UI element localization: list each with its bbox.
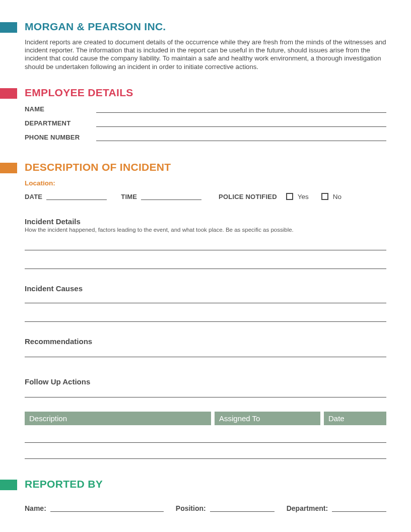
incident-causes-line-2[interactable] bbox=[25, 321, 386, 322]
police-yes-label: Yes bbox=[298, 193, 309, 201]
reported-name-label: Name: bbox=[25, 504, 46, 512]
table-row-line-1[interactable] bbox=[25, 442, 386, 443]
incident-causes-line-1[interactable] bbox=[25, 303, 386, 303]
reported-section-title: REPORTED BY bbox=[25, 478, 386, 490]
intro-paragraph: Incident reports are created to document… bbox=[25, 38, 386, 71]
accent-square-employee bbox=[0, 88, 17, 99]
incident-details-heading: Incident Details bbox=[25, 217, 386, 226]
reported-dept-label: Department: bbox=[287, 504, 328, 512]
employee-name-row: NAME bbox=[25, 105, 386, 113]
followup-line-1[interactable] bbox=[25, 397, 386, 397]
reported-name-input[interactable] bbox=[50, 511, 164, 512]
incident-details-helper: How the incident happened, factors leadi… bbox=[25, 227, 386, 233]
employee-dept-row: DEPARTMENT bbox=[25, 119, 386, 127]
followup-heading: Follow Up Actions bbox=[25, 377, 386, 386]
employee-phone-row: PHONE NUMBER bbox=[25, 133, 386, 141]
accent-square-incident bbox=[0, 163, 17, 173]
time-input[interactable] bbox=[141, 193, 201, 200]
incident-causes-heading: Incident Causes bbox=[25, 284, 386, 293]
table-row-line-2[interactable] bbox=[25, 458, 386, 459]
employee-phone-input[interactable] bbox=[96, 133, 386, 141]
table-header-description: Description bbox=[25, 412, 211, 425]
reported-dept-input[interactable] bbox=[332, 511, 386, 512]
table-header-assigned: Assigned To bbox=[215, 412, 320, 425]
company-name: MORGAN & PEARSON INC. bbox=[25, 21, 386, 33]
followup-table-header: Description Assigned To Date bbox=[25, 412, 386, 425]
employee-dept-input[interactable] bbox=[96, 119, 386, 127]
location-label: Location: bbox=[25, 179, 386, 187]
table-header-date: Date bbox=[324, 412, 386, 425]
police-no-checkbox[interactable] bbox=[321, 193, 328, 200]
date-time-police-row: DATE TIME POLICE NOTIFIED Yes No bbox=[25, 193, 386, 201]
incident-section-title: DESCRIPTION OF INCIDENT bbox=[25, 161, 386, 173]
date-input[interactable] bbox=[46, 193, 107, 200]
employee-dept-label: DEPARTMENT bbox=[25, 119, 92, 127]
recommendations-heading: Recommendations bbox=[25, 337, 386, 346]
reported-position-label: Position: bbox=[176, 504, 206, 512]
police-label: POLICE NOTIFIED bbox=[219, 193, 277, 201]
reported-position-input[interactable] bbox=[210, 511, 275, 512]
time-label: TIME bbox=[121, 193, 137, 201]
incident-details-line-2[interactable] bbox=[25, 269, 386, 269]
date-label: DATE bbox=[25, 193, 42, 201]
employee-name-input[interactable] bbox=[96, 105, 386, 113]
reported-by-row: Name: Position: Department: bbox=[25, 504, 386, 512]
police-no-label: No bbox=[333, 193, 341, 201]
employee-phone-label: PHONE NUMBER bbox=[25, 134, 92, 141]
employee-section-title: EMPLOYEE DETAILS bbox=[25, 87, 386, 99]
accent-square-reported bbox=[0, 480, 17, 490]
accent-square-header bbox=[0, 22, 17, 33]
police-yes-checkbox[interactable] bbox=[286, 193, 293, 200]
recommendations-line-1[interactable] bbox=[25, 357, 386, 357]
employee-name-label: NAME bbox=[25, 105, 92, 113]
incident-details-line-1[interactable] bbox=[25, 250, 386, 250]
